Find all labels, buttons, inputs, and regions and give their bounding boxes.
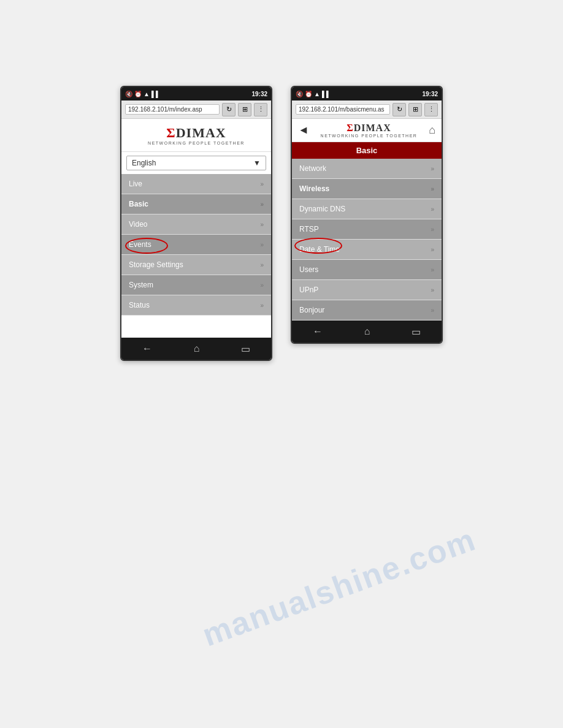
dropdown-arrow-1: ▼: [253, 159, 261, 167]
home-icon[interactable]: ⌂: [429, 124, 435, 137]
phone2-content: Network » Wireless » Dynamic DNS » RTSP …: [292, 159, 442, 320]
status-time-1: 19:32: [251, 91, 267, 97]
menu-label-network: Network: [299, 164, 326, 173]
edimax-logo-2: ΣDIMAX NETWORKING PEOPLE TOGETHER: [321, 123, 418, 138]
tabs-btn-2[interactable]: ⊞: [408, 103, 422, 116]
menu-label-upnp: UPnP: [299, 286, 318, 294]
status-bar-2: 🔇 ⏰ ▲ ▌▌ 19:32: [292, 87, 442, 100]
menu-item-basic[interactable]: Basic »: [121, 194, 271, 214]
menu-item-network[interactable]: Network »: [292, 159, 442, 179]
home-nav-2[interactable]: ⌂: [364, 326, 370, 337]
chevron-network: »: [431, 165, 434, 172]
language-dropdown-1[interactable]: English ▼: [126, 156, 266, 170]
menu-label-users: Users: [299, 265, 318, 274]
chevron-status: »: [260, 302, 264, 309]
menu-label-video: Video: [129, 220, 147, 229]
nav-bar-1: ← ⌂ ▭: [121, 338, 271, 360]
tagline-1: NETWORKING PEOPLE TOGETHER: [148, 141, 245, 145]
url-text-2[interactable]: 192.168.2.101/m/basicmenu.as: [296, 104, 390, 115]
menu-label-live: Live: [129, 180, 142, 188]
notification-icon-2: 🔇: [296, 91, 303, 97]
status-left-2: 🔇 ⏰ ▲ ▌▌: [296, 91, 331, 97]
menu-label-bonjour: Bonjour: [299, 306, 324, 314]
menu-btn-1[interactable]: ⋮: [254, 103, 267, 116]
chevron-wireless: »: [431, 186, 434, 192]
back-icon[interactable]: ◄: [298, 124, 309, 137]
logo-area-1: ΣDIMAX NETWORKING PEOPLE TOGETHER: [121, 119, 271, 152]
chevron-system: »: [260, 282, 264, 289]
menu-label-wireless: Wireless: [299, 184, 329, 193]
watermark: manualshine.com: [197, 521, 480, 654]
notification-icon-1: 🔇: [125, 91, 132, 97]
menu-item-rtsp[interactable]: RTSP »: [292, 219, 442, 240]
chevron-datetime: »: [431, 246, 434, 253]
dimax-text-1: DIMAX: [176, 125, 226, 140]
chevron-users: »: [431, 267, 434, 273]
menu-item-upnp[interactable]: UPnP »: [292, 280, 442, 300]
wifi-icon-2: ▲: [314, 91, 320, 97]
status-time-2: 19:32: [422, 91, 438, 97]
menu-item-users[interactable]: Users »: [292, 260, 442, 280]
menu-item-live[interactable]: Live »: [121, 174, 271, 194]
menu-item-ddns[interactable]: Dynamic DNS »: [292, 199, 442, 219]
dimax-text-2: DIMAX: [354, 123, 391, 133]
status-right-1: 19:32: [251, 91, 267, 97]
chevron-events: »: [260, 241, 264, 248]
menu-label-basic: Basic: [129, 200, 148, 208]
phone1: 🔇 ⏰ ▲ ▌▌ 19:32 192.168.2.101/m/index.asp…: [120, 86, 272, 361]
signal-icon-1: ▌▌: [151, 91, 160, 97]
back-nav-1[interactable]: ←: [142, 343, 152, 354]
chevron-upnp: »: [431, 287, 434, 294]
phone1-wrapper: 🔇 ⏰ ▲ ▌▌ 19:32 192.168.2.101/m/index.asp…: [120, 86, 272, 361]
signal-icon-2: ▌▌: [322, 91, 331, 97]
chevron-rtsp: »: [431, 226, 434, 233]
section-header-basic: Basic: [292, 142, 442, 159]
address-bar-1: 192.168.2.101/m/index.asp ↻ ⊞ ⋮: [121, 100, 271, 119]
page-container: 🔇 ⏰ ▲ ▌▌ 19:32 192.168.2.101/m/index.asp…: [0, 0, 563, 361]
status-right-2: 19:32: [422, 91, 438, 97]
menu-item-video[interactable]: Video »: [121, 214, 271, 235]
chevron-storage: »: [260, 262, 264, 268]
wifi-icon-1: ▲: [144, 91, 150, 97]
menu-item-status[interactable]: Status »: [121, 295, 271, 316]
chevron-ddns: »: [431, 206, 434, 213]
status-left-1: 🔇 ⏰ ▲ ▌▌: [125, 91, 160, 97]
menu-label-ddns: Dynamic DNS: [299, 205, 345, 213]
chevron-basic: »: [260, 201, 264, 208]
status-bar-1: 🔇 ⏰ ▲ ▌▌ 19:32: [121, 87, 271, 100]
url-text-1[interactable]: 192.168.2.101/m/index.asp: [125, 104, 220, 115]
recents-nav-2[interactable]: ▭: [412, 326, 421, 338]
menu-item-system[interactable]: System »: [121, 275, 271, 295]
menu-item-bonjour[interactable]: Bonjour »: [292, 300, 442, 320]
empty-space-1: [121, 316, 271, 338]
logo-text-2: ΣDIMAX: [347, 123, 391, 134]
phone1-content: ΣDIMAX NETWORKING PEOPLE TOGETHER Englis…: [121, 119, 271, 338]
clock-icon-1: ⏰: [134, 91, 142, 97]
menu-btn-2[interactable]: ⋮: [424, 103, 438, 116]
menu-label-storage: Storage Settings: [129, 260, 183, 269]
recents-nav-1[interactable]: ▭: [241, 343, 250, 355]
back-nav-2[interactable]: ←: [313, 326, 323, 337]
menu-label-rtsp: RTSP: [299, 225, 319, 233]
address-bar-2: 192.168.2.101/m/basicmenu.as ↻ ⊞ ⋮: [292, 100, 442, 119]
sigma-icon-2: Σ: [347, 123, 353, 133]
tabs-btn-1[interactable]: ⊞: [238, 103, 251, 116]
sigma-icon-1: Σ: [166, 125, 175, 140]
menu-item-storage[interactable]: Storage Settings »: [121, 255, 271, 275]
menu-label-system: System: [129, 281, 153, 289]
menu-item-wireless[interactable]: Wireless »: [292, 179, 442, 199]
tagline-2: NETWORKING PEOPLE TOGETHER: [321, 134, 418, 138]
refresh-btn-2[interactable]: ↻: [393, 103, 406, 116]
nav-bar-2: ← ⌂ ▭: [292, 320, 442, 343]
edimax-logo-1: ΣDIMAX NETWORKING PEOPLE TOGETHER: [148, 125, 245, 145]
home-nav-1[interactable]: ⌂: [194, 343, 200, 354]
refresh-btn-1[interactable]: ↻: [222, 103, 236, 116]
menu-item-events[interactable]: Events »: [121, 235, 271, 255]
menu-item-datetime[interactable]: Date & Time »: [292, 240, 442, 260]
menu-label-status: Status: [129, 301, 150, 309]
logo-text-1: ΣDIMAX: [166, 125, 226, 141]
menu-label-events: Events: [129, 240, 151, 249]
chevron-live: »: [260, 181, 264, 188]
language-value-1: English: [132, 159, 156, 167]
chevron-video: »: [260, 221, 264, 228]
